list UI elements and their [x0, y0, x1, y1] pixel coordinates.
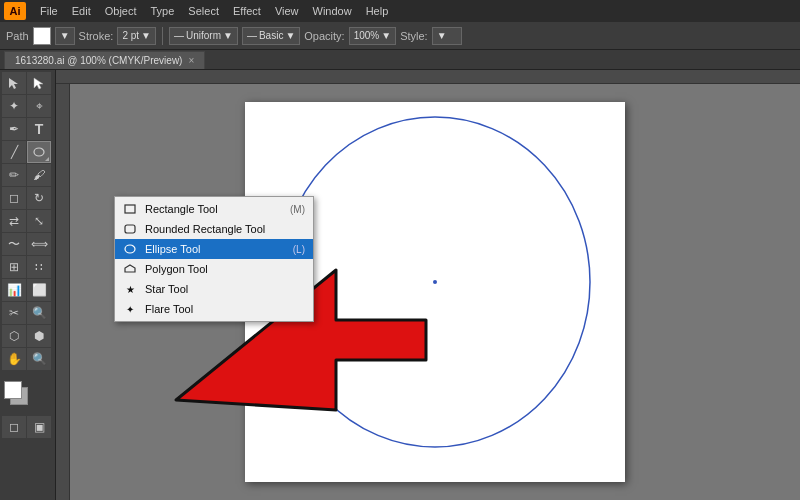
flyout-ellipse-tool[interactable]: Ellipse Tool (L) — [115, 239, 313, 259]
menu-type[interactable]: Type — [145, 3, 181, 19]
color-area — [2, 379, 53, 415]
menu-file[interactable]: File — [34, 3, 64, 19]
rotate-btn[interactable]: ↻ — [27, 187, 51, 209]
tool-row-7: ⇄ ⤡ — [2, 210, 53, 232]
menubar: Ai File Edit Object Type Select Effect V… — [0, 0, 800, 22]
zoom-btn[interactable]: 🔍 — [27, 348, 51, 370]
style-dropdown[interactable]: ▼ — [432, 27, 462, 45]
polygon-icon — [123, 262, 137, 276]
flyout-star-tool[interactable]: ★ Star Tool — [115, 279, 313, 299]
change-screen-btn[interactable]: ▣ — [27, 416, 51, 438]
tool-row-bottom: ◻ ▣ — [2, 416, 53, 438]
vertical-ruler — [56, 84, 70, 500]
slice-btn[interactable]: ✂ — [2, 302, 26, 324]
tool-row-6: ◻ ↻ — [2, 187, 53, 209]
direct-select-tool-btn[interactable] — [27, 72, 51, 94]
rectangle-shortcut: (M) — [290, 204, 305, 215]
ellipse-shortcut: (L) — [293, 244, 305, 255]
doc-tab-label: 1613280.ai @ 100% (CMYK/Preview) — [15, 55, 182, 66]
rectangle-tool-label: Rectangle Tool — [145, 203, 218, 215]
graph-btn[interactable]: 📊 — [2, 279, 26, 301]
left-toolbar: ✦ ⌖ ✒ T ╱ ✏ 🖌 ◻ ↻ ⇄ ⤡ — [0, 70, 56, 500]
menu-edit[interactable]: Edit — [66, 3, 97, 19]
tool-row-11: ✂ 🔍 — [2, 302, 53, 324]
tab-close-button[interactable]: × — [188, 55, 194, 66]
star-icon: ★ — [123, 282, 137, 296]
basic-dropdown[interactable]: —Basic ▼ — [242, 27, 300, 45]
hand-btn[interactable]: ✋ — [2, 348, 26, 370]
stroke-label: Stroke: — [79, 30, 114, 42]
free-transform-btn[interactable]: ⊞ — [2, 256, 26, 278]
shape-tool-btn[interactable] — [27, 141, 51, 163]
rectangle-icon — [123, 202, 137, 216]
fill-swatch[interactable] — [33, 27, 51, 45]
flare-tool-label: Flare Tool — [145, 303, 193, 315]
tool-row-5: ✏ 🖌 — [2, 164, 53, 186]
ellipse-tool-label: Ellipse Tool — [145, 243, 200, 255]
live-paint-btn[interactable]: ⬢ — [27, 325, 51, 347]
line-tool-btn[interactable]: ╱ — [2, 141, 26, 163]
opacity-label: Opacity: — [304, 30, 344, 42]
document-tab[interactable]: 1613280.ai @ 100% (CMYK/Preview) × — [4, 51, 205, 69]
uniform-dropdown[interactable]: —Uniform ▼ — [169, 27, 238, 45]
svg-marker-0 — [9, 78, 18, 89]
ellipse-icon — [123, 242, 137, 256]
screen-mode-btn[interactable]: ◻ — [2, 416, 26, 438]
stroke-dropdown[interactable]: ▼ — [55, 27, 75, 45]
menu-help[interactable]: Help — [360, 3, 395, 19]
flyout-rectangle-tool[interactable]: Rectangle Tool (M) — [115, 199, 313, 219]
flare-icon: ✦ — [123, 302, 137, 316]
rounded-rectangle-tool-label: Rounded Rectangle Tool — [145, 223, 265, 235]
rounded-rectangle-icon — [123, 222, 137, 236]
tool-row-8: 〜 ⟺ — [2, 233, 53, 255]
path-label: Path — [6, 30, 29, 42]
pen-tool-btn[interactable]: ✒ — [2, 118, 26, 140]
lasso-btn[interactable]: ⌖ — [27, 95, 51, 117]
tab-bar: 1613280.ai @ 100% (CMYK/Preview) × — [0, 50, 800, 70]
width-btn[interactable]: ⟺ — [27, 233, 51, 255]
tool-row-2: ✦ ⌖ — [2, 95, 53, 117]
menu-select[interactable]: Select — [182, 3, 225, 19]
fill-box[interactable] — [4, 381, 22, 399]
fill-stroke-boxes — [4, 381, 40, 413]
svg-rect-7 — [125, 225, 135, 233]
tool-row-13: ✋ 🔍 — [2, 348, 53, 370]
flyout-polygon-tool[interactable]: Polygon Tool — [115, 259, 313, 279]
menu-object[interactable]: Object — [99, 3, 143, 19]
tool-row-3: ✒ T — [2, 118, 53, 140]
svg-rect-6 — [125, 205, 135, 213]
tool-row-9: ⊞ ∷ — [2, 256, 53, 278]
warp-btn[interactable]: 〜 — [2, 233, 26, 255]
stroke-size-dropdown[interactable]: 2 pt ▼ — [117, 27, 156, 45]
blend-btn[interactable]: ⬡ — [2, 325, 26, 347]
shape-tool-flyout: Rectangle Tool (M) Rounded Rectangle Too… — [114, 196, 314, 322]
artboard-btn[interactable]: ⬜ — [27, 279, 51, 301]
horizontal-ruler — [56, 70, 800, 84]
svg-point-2 — [34, 148, 44, 156]
star-tool-label: Star Tool — [145, 283, 188, 295]
pencil-btn[interactable]: ✏ — [2, 164, 26, 186]
menu-effect[interactable]: Effect — [227, 3, 267, 19]
mirror-btn[interactable]: ⇄ — [2, 210, 26, 232]
tool-row-12: ⬡ ⬢ — [2, 325, 53, 347]
scale-btn[interactable]: ⤡ — [27, 210, 51, 232]
svg-marker-9 — [125, 265, 135, 272]
tool-row-1 — [2, 72, 53, 94]
toolbar-separator — [162, 27, 163, 45]
polygon-tool-label: Polygon Tool — [145, 263, 208, 275]
magic-wand-btn[interactable]: ✦ — [2, 95, 26, 117]
type-tool-btn[interactable]: T — [27, 118, 51, 140]
menu-window[interactable]: Window — [307, 3, 358, 19]
eyedropper-btn[interactable]: 🔍 — [27, 302, 51, 324]
svg-marker-1 — [34, 78, 43, 89]
flyout-rounded-rectangle-tool[interactable]: Rounded Rectangle Tool — [115, 219, 313, 239]
opacity-dropdown[interactable]: 100% ▼ — [349, 27, 396, 45]
svg-point-4 — [433, 280, 437, 284]
paintbrush-btn[interactable]: 🖌 — [27, 164, 51, 186]
sym-spray-btn[interactable]: ∷ — [27, 256, 51, 278]
eraser-btn[interactable]: ◻ — [2, 187, 26, 209]
menu-view[interactable]: View — [269, 3, 305, 19]
select-tool-btn[interactable] — [2, 72, 26, 94]
options-toolbar: Path ▼ Stroke: 2 pt ▼ —Uniform ▼ —Basic … — [0, 22, 800, 50]
flyout-flare-tool[interactable]: ✦ Flare Tool — [115, 299, 313, 319]
